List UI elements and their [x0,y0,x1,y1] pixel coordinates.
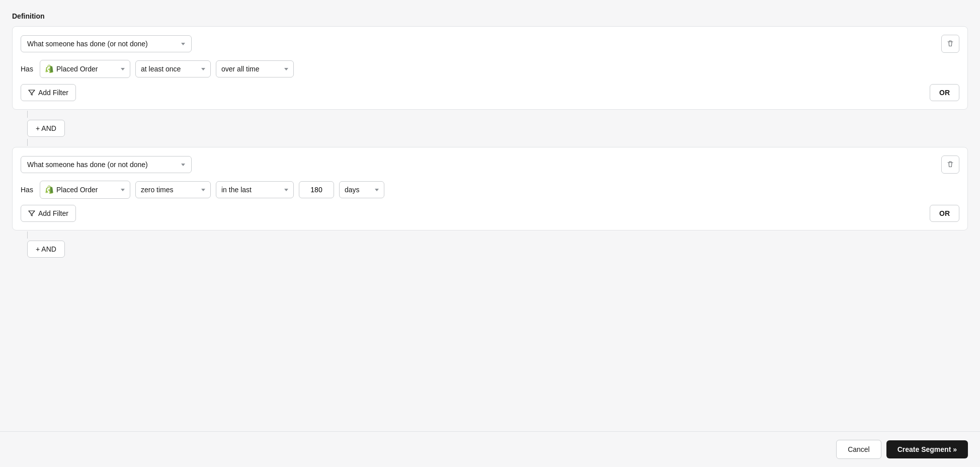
and-connector-area-2: + AND [12,231,968,260]
timeframe-select-2[interactable]: in the last [216,181,294,198]
and-label-2: + AND [36,245,56,253]
filter-icon-2 [28,210,35,217]
footer-bar: Cancel Create Segment » [0,431,980,467]
timeframe-chevron-2 [284,189,288,191]
shopify-icon-2 [45,185,54,194]
and-label-1: + AND [36,124,56,132]
cancel-label: Cancel [848,445,870,453]
time-unit-select-2[interactable]: days [339,181,384,198]
add-filter-label-1: Add Filter [38,89,68,97]
timeframe-label-1: over all time [221,65,259,73]
frequency-select-1[interactable]: at least once [135,60,211,77]
placed-order-chevron-2 [121,189,125,191]
placed-order-label-1: Placed Order [56,65,98,73]
add-filter-button-2[interactable]: Add Filter [21,205,76,222]
or-button-1[interactable]: OR [930,84,959,101]
v-line-2 [27,139,28,146]
condition-card-2: What someone has done (or not done) Has [12,147,968,230]
frequency-select-2[interactable]: zero times [135,181,211,198]
v-line-3 [27,231,28,239]
main-select-1-label: What someone has done (or not done) [27,40,148,48]
v-line-1 [27,111,28,118]
delete-button-2[interactable] [941,155,959,174]
and-button-2[interactable]: + AND [27,241,65,258]
placed-order-select-2[interactable]: Placed Order [40,181,130,199]
placed-order-select-1[interactable]: Placed Order [40,60,130,78]
or-label-2: OR [939,209,950,217]
placed-order-chevron-1 [121,68,125,70]
time-unit-label-2: days [345,186,360,194]
trash-icon-2 [946,161,954,169]
timeframe-label-2: in the last [221,186,252,194]
and-connector-area-1: + AND [12,111,968,146]
main-select-1-chevron-icon [181,43,185,45]
create-segment-label: Create Segment » [897,445,957,453]
shopify-icon-1 [45,64,54,73]
and-button-1[interactable]: + AND [27,120,65,137]
main-select-2-label: What someone has done (or not done) [27,161,148,169]
frequency-chevron-1 [201,68,205,70]
frequency-chevron-2 [201,189,205,191]
frequency-label-1: at least once [141,65,181,73]
main-select-2[interactable]: What someone has done (or not done) [21,156,192,173]
filter-icon-1 [28,89,35,96]
main-select-2-chevron-icon [181,164,185,166]
timeframe-chevron-1 [284,68,288,70]
add-filter-label-2: Add Filter [38,209,68,217]
number-input-2[interactable] [299,181,334,198]
add-filter-button-1[interactable]: Add Filter [21,84,76,101]
delete-button-1[interactable] [941,35,959,53]
or-label-1: OR [939,89,950,97]
trash-icon-1 [946,40,954,48]
main-select-1[interactable]: What someone has done (or not done) [21,35,192,52]
time-unit-chevron-2 [375,189,379,191]
create-segment-button[interactable]: Create Segment » [886,440,968,458]
timeframe-select-1[interactable]: over all time [216,60,294,77]
condition-card-1: What someone has done (or not done) Has [12,26,968,110]
frequency-label-2: zero times [141,186,174,194]
has-label-1: Has [21,65,35,73]
has-label-2: Has [21,186,35,194]
definition-title: Definition [12,12,968,20]
cancel-button[interactable]: Cancel [836,440,881,459]
or-button-2[interactable]: OR [930,205,959,222]
placed-order-label-2: Placed Order [56,186,98,194]
